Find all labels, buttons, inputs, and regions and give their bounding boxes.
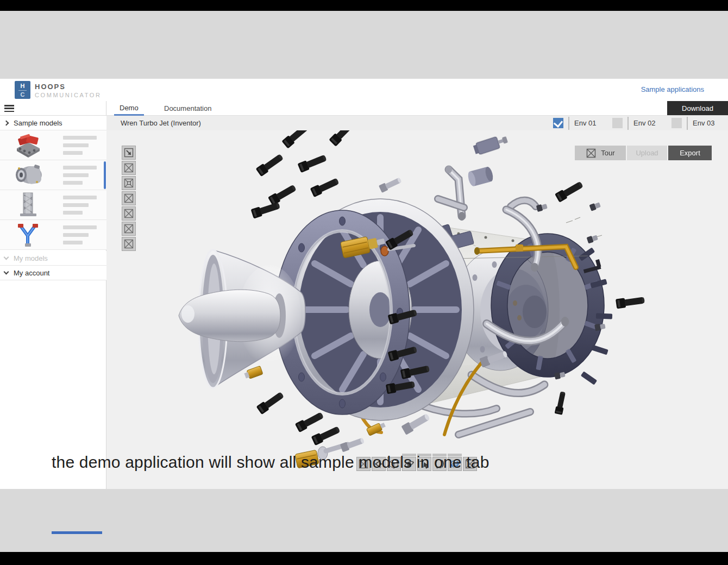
environment-switcher: Env 01 Env 02 Env 03 [548,116,726,130]
tab-demo[interactable]: Demo [114,101,144,116]
app-window: H C HOOPS COMMUNICATOR Sample applicatio… [0,79,728,489]
model-text-placeholder [63,166,97,185]
sample-model-list [0,130,106,251]
app-header: H C HOOPS COMMUNICATOR Sample applicatio… [0,79,728,101]
bottom-letterbox-bar [0,552,728,565]
sidebar-item-my-models[interactable]: My models [0,251,106,266]
top-letterbox-bar [0,0,728,11]
my-models-label: My models [14,254,48,262]
model-bar: Wren Turbo Jet (Inventor) Env 01 Env 02 [106,116,728,130]
model-list-item-blue-bracket[interactable] [0,220,106,250]
red-v8-engine-thumbnail [12,132,45,158]
model-title: Wren Turbo Jet (Inventor) [121,119,201,127]
tab-bar: Demo Documentation Download [106,101,728,116]
model-text-placeholder [63,196,97,215]
slide-caption: the demo application will show all sampl… [52,453,489,472]
image-placeholder-icon[interactable] [122,176,136,190]
divider [627,117,629,130]
placeholder-x-icon [586,148,597,159]
placeholder-x-icon[interactable] [122,161,136,175]
list-scroll-indicator[interactable] [104,161,106,189]
turbo-jet-engine-thumbnail [12,162,45,188]
sidebar-menu-row [0,101,106,116]
download-button[interactable]: Download [667,101,728,115]
placeholder-x-icon[interactable] [122,206,136,221]
caption-underline [52,531,102,534]
logo-letter-c: C [21,91,25,98]
env-02-option: Env 02 [609,116,667,130]
env-01-checkbox[interactable] [553,118,563,128]
chevron-down-icon [4,254,9,260]
model-text-placeholder [63,225,97,244]
env-01-option: Env 01 [550,116,607,130]
sidebar-item-sample-models[interactable]: Sample models [0,116,106,130]
model-list-item-turbo-jet[interactable] [0,160,106,190]
divider [568,117,569,130]
viewer-canvas[interactable]: Tour Upload Export [106,130,728,489]
tour-label: Tour [601,149,614,157]
sample-applications-link[interactable]: Sample applications [641,85,704,93]
placeholder-x-icon[interactable] [122,191,136,205]
viewer-action-buttons: Tour Upload Export [575,146,712,160]
chevron-right-icon [4,120,9,125]
model-list-item-lattice-tower[interactable] [0,190,106,220]
sidebar-item-my-account[interactable]: My account [0,266,106,280]
placeholder-x-icon[interactable] [122,237,136,251]
chevron-down-icon [4,269,9,274]
env-02-checkbox[interactable] [612,118,623,128]
tab-documentation[interactable]: Documentation [159,101,217,116]
logo-letter-h: H [18,82,27,91]
tour-button[interactable]: Tour [575,146,626,160]
hamburger-menu-icon[interactable] [4,105,14,112]
my-account-label: My account [14,269,49,277]
lattice-tower-thumbnail [12,192,45,218]
sample-models-label: Sample models [14,119,62,127]
model-list-item-v8-engine[interactable] [0,130,106,160]
export-button[interactable]: Export [668,146,712,160]
brand-text: HOOPS COMMUNICATOR [35,83,101,98]
env-03-checkbox[interactable] [671,118,682,128]
engine-3d-model[interactable] [106,130,728,489]
blue-bracket-thumbnail [12,222,45,248]
hoops-logo: H C [15,81,30,99]
upload-button[interactable]: Upload [627,146,667,160]
placeholder-x-icon[interactable] [122,222,136,236]
sidebar: Sample models [0,101,106,489]
fit-view-arrow-icon[interactable] [122,146,136,160]
main-panel: Demo Documentation Download Wren Turbo J… [106,101,728,489]
env-03-option: Env 03 [668,116,726,130]
divider [687,117,688,130]
viewer-left-toolbar [122,146,136,251]
model-text-placeholder [63,136,97,155]
stage-background: H C HOOPS COMMUNICATOR Sample applicatio… [0,11,728,552]
